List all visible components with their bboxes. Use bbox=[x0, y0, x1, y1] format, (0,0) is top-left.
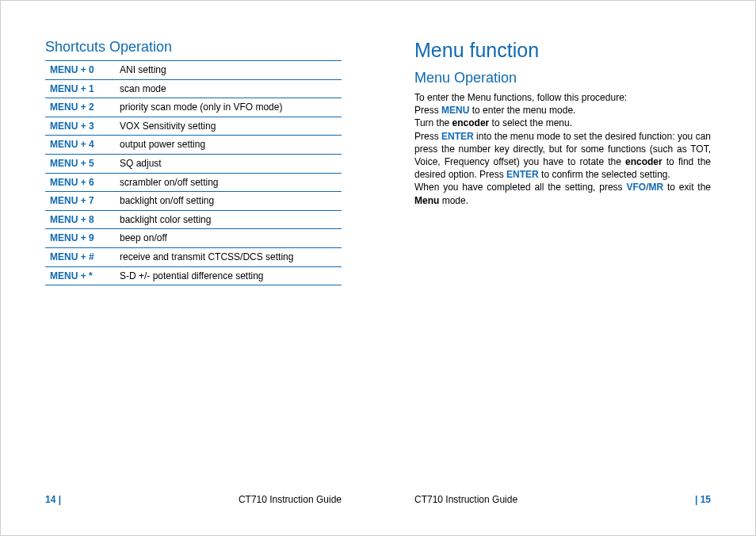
kw-vfo: VFO bbox=[626, 182, 646, 193]
bold-menu: Menu bbox=[414, 195, 439, 206]
menu-operation-heading: Menu Operation bbox=[414, 70, 711, 86]
text: Press bbox=[414, 105, 441, 116]
shortcut-key: MENU + 6 bbox=[45, 173, 115, 192]
text: mode. bbox=[439, 195, 468, 206]
shortcut-key: MENU + 1 bbox=[45, 79, 115, 98]
shortcut-key: MENU + 5 bbox=[45, 154, 115, 173]
shortcut-desc: S-D +/- potential difference setting bbox=[115, 266, 342, 285]
table-row: MENU + 6scrambler on/off setting bbox=[45, 173, 342, 192]
shortcut-desc: priority scan mode (only in VFO mode) bbox=[115, 98, 342, 117]
menu-function-title: Menu function bbox=[414, 39, 711, 62]
text: to enter the menu mode. bbox=[469, 105, 575, 116]
table-row: MENU + 2priority scan mode (only in VFO … bbox=[45, 98, 342, 117]
shortcut-desc: output power setting bbox=[115, 136, 342, 155]
shortcut-key: MENU + 7 bbox=[45, 192, 115, 211]
shortcut-desc: scan mode bbox=[115, 79, 342, 98]
shortcut-key: MENU + # bbox=[45, 247, 115, 266]
shortcut-key: MENU + 8 bbox=[45, 210, 115, 229]
text: Press bbox=[414, 131, 441, 142]
shortcut-desc: receive and transmit CTCSS/DCS setting bbox=[115, 247, 342, 266]
table-row: MENU + 4output power setting bbox=[45, 136, 342, 155]
page-spread: Shortcuts Operation MENU + 0ANI settingM… bbox=[1, 1, 755, 535]
table-row: MENU + 3VOX Sensitivity setting bbox=[45, 117, 342, 136]
shortcut-desc: VOX Sensitivity setting bbox=[115, 117, 342, 136]
text: to confirm the selected setting. bbox=[539, 169, 670, 180]
shortcut-key: MENU + 4 bbox=[45, 136, 115, 155]
left-page-number: 14 | bbox=[45, 494, 61, 505]
text: to select the menu. bbox=[489, 117, 572, 128]
shortcut-desc: scrambler on/off setting bbox=[115, 173, 342, 192]
shortcut-key: MENU + 2 bbox=[45, 98, 115, 117]
table-row: MENU + 0ANI setting bbox=[45, 61, 342, 80]
shortcuts-table: MENU + 0ANI settingMENU + 1scan modeMENU… bbox=[45, 60, 342, 285]
text: When you have completed all the setting,… bbox=[414, 182, 626, 193]
text: Turn the bbox=[414, 117, 452, 128]
shortcut-key: MENU + * bbox=[45, 266, 115, 285]
table-row: MENU + #receive and transmit CTCSS/DCS s… bbox=[45, 247, 342, 266]
left-guide-label: CT710 Instruction Guide bbox=[239, 494, 342, 505]
kw-mr: MR bbox=[648, 182, 663, 193]
kw-enter: ENTER bbox=[441, 131, 474, 142]
shortcut-key: MENU + 9 bbox=[45, 229, 115, 248]
left-page: Shortcuts Operation MENU + 0ANI settingM… bbox=[1, 1, 378, 535]
kw-enter: ENTER bbox=[506, 169, 539, 180]
shortcut-desc: SQ adjust bbox=[115, 154, 342, 173]
text: to exit the bbox=[663, 182, 711, 193]
right-footer: CT710 Instruction Guide | 15 bbox=[378, 494, 755, 505]
table-row: MENU + *S-D +/- potential difference set… bbox=[45, 266, 342, 285]
left-footer: 14 | CT710 Instruction Guide bbox=[1, 494, 378, 505]
shortcut-key: MENU + 3 bbox=[45, 117, 115, 136]
shortcut-desc: beep on/off bbox=[115, 229, 342, 248]
bold-encoder: encoder bbox=[625, 156, 662, 167]
text: To enter the Menu functions, follow this… bbox=[414, 92, 627, 103]
bold-encoder: encoder bbox=[452, 117, 490, 128]
shortcut-desc: backlight on/off setting bbox=[115, 192, 342, 211]
shortcut-key: MENU + 0 bbox=[45, 61, 115, 80]
menu-operation-body: To enter the Menu functions, follow this… bbox=[414, 91, 711, 207]
table-row: MENU + 8backlight color setting bbox=[45, 210, 342, 229]
kw-menu: MENU bbox=[441, 105, 469, 116]
right-guide-label: CT710 Instruction Guide bbox=[414, 494, 517, 505]
right-page-number: | 15 bbox=[695, 494, 711, 505]
table-row: MENU + 7backlight on/off setting bbox=[45, 192, 342, 211]
table-row: MENU + 1scan mode bbox=[45, 79, 342, 98]
table-row: MENU + 9beep on/off bbox=[45, 229, 342, 248]
right-page: Menu function Menu Operation To enter th… bbox=[378, 1, 755, 535]
shortcut-desc: ANI setting bbox=[115, 61, 342, 80]
shortcuts-heading: Shortcuts Operation bbox=[45, 39, 342, 56]
shortcut-desc: backlight color setting bbox=[115, 210, 342, 229]
table-row: MENU + 5 SQ adjust bbox=[45, 154, 342, 173]
